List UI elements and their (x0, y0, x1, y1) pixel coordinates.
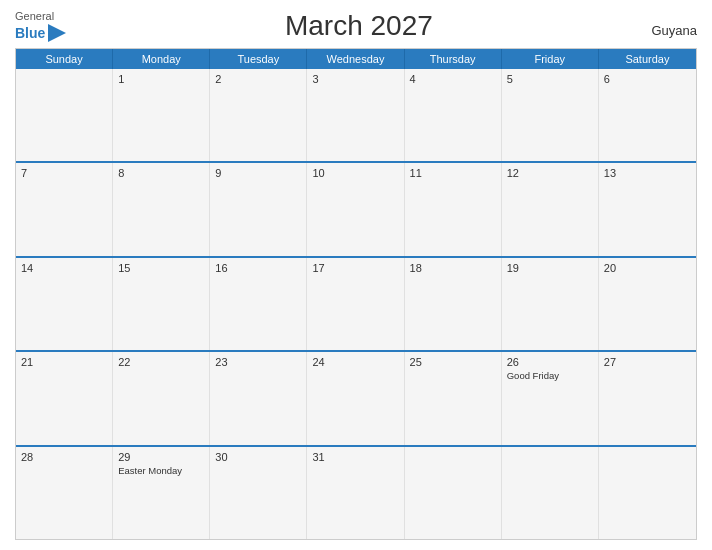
day-cell: 23 (210, 352, 307, 444)
day-number: 14 (21, 262, 107, 274)
day-cell: 1 (113, 69, 210, 161)
day-cell: 28 (16, 447, 113, 539)
calendar-page: General Blue March 2027 Guyana SundayMon… (0, 0, 712, 550)
day-cell (502, 447, 599, 539)
day-number: 15 (118, 262, 204, 274)
day-number: 27 (604, 356, 691, 368)
day-number: 19 (507, 262, 593, 274)
day-cell: 5 (502, 69, 599, 161)
day-cell: 11 (405, 163, 502, 255)
day-cell: 25 (405, 352, 502, 444)
day-cell (599, 447, 696, 539)
day-cell: 21 (16, 352, 113, 444)
day-cell: 16 (210, 258, 307, 350)
day-number: 25 (410, 356, 496, 368)
week-row-3: 14151617181920 (16, 256, 696, 350)
header: General Blue March 2027 Guyana (15, 10, 697, 48)
day-number: 16 (215, 262, 301, 274)
day-cell: 18 (405, 258, 502, 350)
day-cell: 22 (113, 352, 210, 444)
country-label: Guyana (651, 23, 697, 42)
day-number: 24 (312, 356, 398, 368)
day-header-thursday: Thursday (405, 49, 502, 69)
day-cell: 20 (599, 258, 696, 350)
days-header: SundayMondayTuesdayWednesdayThursdayFrid… (16, 49, 696, 69)
day-number: 22 (118, 356, 204, 368)
day-cell: 24 (307, 352, 404, 444)
day-header-monday: Monday (113, 49, 210, 69)
day-number: 3 (312, 73, 398, 85)
day-number: 2 (215, 73, 301, 85)
day-event: Easter Monday (118, 465, 204, 476)
day-cell (405, 447, 502, 539)
day-cell: 27 (599, 352, 696, 444)
day-event: Good Friday (507, 370, 593, 381)
day-cell: 17 (307, 258, 404, 350)
day-number: 18 (410, 262, 496, 274)
day-number: 30 (215, 451, 301, 463)
day-number: 20 (604, 262, 691, 274)
day-cell: 19 (502, 258, 599, 350)
svg-marker-0 (48, 24, 66, 42)
day-header-friday: Friday (502, 49, 599, 69)
week-row-5: 2829Easter Monday3031 (16, 445, 696, 539)
weeks-container: 1234567891011121314151617181920212223242… (16, 69, 696, 539)
day-cell: 9 (210, 163, 307, 255)
day-cell: 3 (307, 69, 404, 161)
logo-blue: Blue (15, 26, 45, 40)
week-row-4: 212223242526Good Friday27 (16, 350, 696, 444)
day-number: 1 (118, 73, 204, 85)
day-cell: 31 (307, 447, 404, 539)
day-cell: 7 (16, 163, 113, 255)
logo-flag-icon (48, 24, 66, 42)
week-row-2: 78910111213 (16, 161, 696, 255)
day-header-wednesday: Wednesday (307, 49, 404, 69)
logo-general: General (15, 10, 54, 23)
day-cell: 15 (113, 258, 210, 350)
day-number: 4 (410, 73, 496, 85)
day-number: 8 (118, 167, 204, 179)
day-number: 23 (215, 356, 301, 368)
day-cell: 4 (405, 69, 502, 161)
day-number: 31 (312, 451, 398, 463)
day-header-tuesday: Tuesday (210, 49, 307, 69)
day-number: 11 (410, 167, 496, 179)
day-number: 21 (21, 356, 107, 368)
day-number: 17 (312, 262, 398, 274)
day-number: 5 (507, 73, 593, 85)
day-cell (16, 69, 113, 161)
day-header-saturday: Saturday (599, 49, 696, 69)
day-cell: 30 (210, 447, 307, 539)
day-number: 26 (507, 356, 593, 368)
day-cell: 6 (599, 69, 696, 161)
day-number: 29 (118, 451, 204, 463)
day-number: 13 (604, 167, 691, 179)
day-number: 10 (312, 167, 398, 179)
week-row-1: 123456 (16, 69, 696, 161)
day-cell: 26Good Friday (502, 352, 599, 444)
month-title: March 2027 (66, 10, 651, 42)
calendar-grid: SundayMondayTuesdayWednesdayThursdayFrid… (15, 48, 697, 540)
day-cell: 8 (113, 163, 210, 255)
day-number: 12 (507, 167, 593, 179)
logo: General Blue (15, 10, 66, 41)
day-cell: 29Easter Monday (113, 447, 210, 539)
day-cell: 14 (16, 258, 113, 350)
day-number: 6 (604, 73, 691, 85)
day-number: 28 (21, 451, 107, 463)
day-number: 9 (215, 167, 301, 179)
day-number: 7 (21, 167, 107, 179)
day-cell: 2 (210, 69, 307, 161)
day-header-sunday: Sunday (16, 49, 113, 69)
day-cell: 10 (307, 163, 404, 255)
day-cell: 13 (599, 163, 696, 255)
day-cell: 12 (502, 163, 599, 255)
